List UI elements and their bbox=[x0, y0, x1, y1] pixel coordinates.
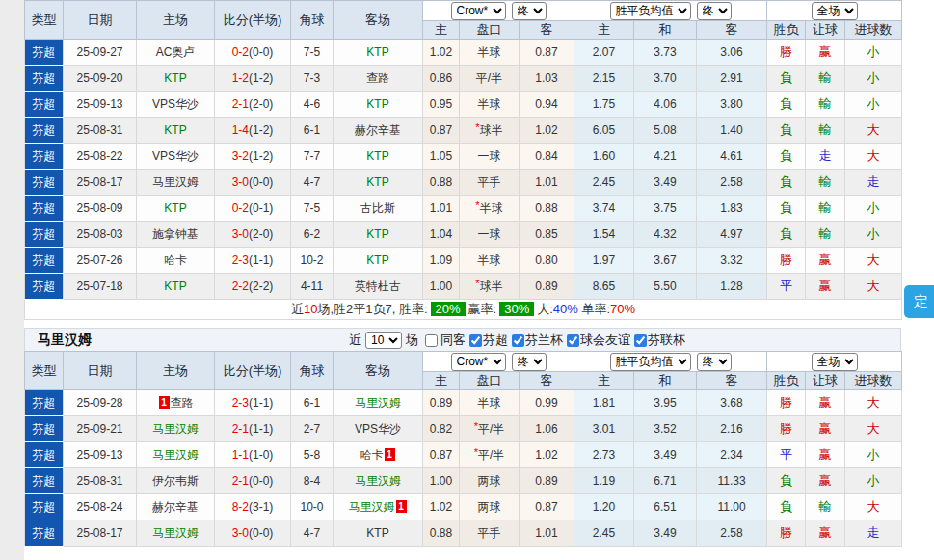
games-label: 场 bbox=[406, 332, 418, 349]
corner-cell: 4-7 bbox=[291, 520, 334, 547]
league-filter-checkbox[interactable] bbox=[634, 334, 647, 347]
euro-away-odds-cell: 1.40 bbox=[697, 118, 767, 144]
bookmaker-select[interactable]: Crow* bbox=[451, 2, 506, 20]
team-name: 查路 bbox=[366, 71, 389, 85]
summary-segment: 70% bbox=[610, 302, 635, 316]
home-team-cell: 马里汉姆 bbox=[137, 170, 215, 196]
asian-away-odds-cell: 0.80 bbox=[520, 248, 574, 274]
recent-count-select[interactable]: 10 bbox=[365, 332, 402, 349]
bookmaker-select[interactable]: Crow* bbox=[451, 353, 506, 371]
score-cell: 3-0(0-0) bbox=[215, 520, 291, 547]
score-cell: 2-1(2-0) bbox=[215, 92, 291, 118]
asian-home-odds-cell: 1.05 bbox=[423, 144, 460, 170]
ktp-history-table: 类型 日期 主场 比分(半场) 角球 客场 Crow*终 胜平负均值终 全场 bbox=[24, 0, 902, 320]
scope-select[interactable]: 全场 bbox=[812, 2, 858, 20]
col-header-home: 主场 bbox=[137, 352, 215, 390]
euro-home-odds-cell: 1.81 bbox=[574, 390, 634, 416]
home-team-cell: VPS华沙 bbox=[137, 92, 215, 118]
league-filter-checkbox[interactable] bbox=[512, 334, 524, 347]
score-cell: 1-2(1-2) bbox=[215, 66, 291, 92]
euro-type-select[interactable]: 胜平负均值 bbox=[610, 2, 691, 20]
euro-draw-odds-cell: 5.50 bbox=[634, 274, 697, 300]
league-type-cell: 芬超 bbox=[25, 40, 64, 66]
match-row: 芬超25-08-17马里汉姆3-0(0-0)4-7KTP0.88平手1.012.… bbox=[25, 170, 902, 196]
team-name: KTP bbox=[366, 227, 388, 241]
halftime-score: (1-2) bbox=[249, 149, 273, 163]
customize-float-button[interactable]: 定 bbox=[904, 285, 934, 318]
corner-cell: 7-5 bbox=[291, 40, 334, 66]
euro-away-odds-cell: 1.83 bbox=[697, 196, 767, 222]
summary-segment: 赢率: bbox=[468, 302, 497, 316]
asian-home-odds-cell: 0.95 bbox=[423, 92, 460, 118]
same-away-checkbox[interactable] bbox=[425, 334, 438, 347]
euro-home-odds-cell: 1.20 bbox=[574, 494, 634, 520]
league-filter-checkbox[interactable] bbox=[567, 334, 579, 347]
halftime-score: (0-0) bbox=[249, 45, 273, 59]
corner-cell: 6-2 bbox=[291, 222, 334, 248]
league-filter-label: 球会友谊 bbox=[580, 332, 630, 349]
result-goals-cell: 小 bbox=[845, 468, 902, 494]
match-row: 芬超25-09-27AC奥卢0-2(0-0)7-5KTP1.02半球0.872.… bbox=[25, 40, 902, 66]
col-header-type: 类型 bbox=[25, 1, 64, 40]
mariehamn-history-table: 类型 日期 主场 比分(半场) 角球 客场 Crow*终 胜平负均值终 全场 bbox=[24, 351, 902, 547]
result-handicap-cell: 赢 bbox=[806, 248, 845, 274]
team-name: 马里汉姆 bbox=[152, 175, 199, 189]
euro-period-select[interactable]: 终 bbox=[697, 2, 732, 20]
euro-home-odds-cell: 8.65 bbox=[574, 274, 634, 300]
asian-home-odds-cell: 0.88 bbox=[423, 170, 460, 196]
team-name: KTP bbox=[366, 253, 388, 267]
away-team-cell: KTP bbox=[334, 92, 423, 118]
asian-period-select[interactable]: 终 bbox=[512, 353, 547, 371]
away-team-cell: KTP bbox=[334, 222, 423, 248]
halftime-score: (2-0) bbox=[249, 97, 273, 111]
away-team-cell: 查路 bbox=[334, 66, 423, 92]
asian-period-select[interactable]: 终 bbox=[512, 2, 547, 20]
result-handicap-cell: 輸 bbox=[806, 118, 845, 144]
fulltime-score: 3-0 bbox=[232, 175, 249, 189]
match-row: 芬超25-08-17马里汉姆3-0(0-0)4-7KTP0.88平手1.012.… bbox=[25, 520, 902, 547]
asian-away-odds-cell: 1.02 bbox=[520, 442, 574, 468]
home-team-cell: AC奥卢 bbox=[137, 40, 215, 66]
result-wdl-cell: 負 bbox=[767, 196, 806, 222]
match-date-cell: 25-09-21 bbox=[64, 416, 137, 442]
league-filter-checkbox[interactable] bbox=[469, 334, 482, 347]
euro-type-select[interactable]: 胜平负均值 bbox=[610, 353, 691, 371]
score-cell: 2-1(0-0) bbox=[215, 468, 291, 494]
result-wdl-cell: 負 bbox=[767, 144, 806, 170]
asian-away-odds-cell: 1.02 bbox=[520, 118, 574, 144]
euro-draw-odds-cell: 3.49 bbox=[634, 170, 697, 196]
euro-home-odds-cell: 2.15 bbox=[574, 66, 634, 92]
col-header-handicap-result: 让球 bbox=[806, 21, 845, 40]
col-header-corner: 角球 bbox=[291, 352, 334, 390]
recent-label: 近 bbox=[349, 332, 361, 349]
euro-away-odds-cell: 2.91 bbox=[697, 66, 767, 92]
handicap-star: * bbox=[475, 121, 479, 133]
asian-home-odds-cell: 1.04 bbox=[423, 222, 460, 248]
team-name: 马里汉姆 bbox=[152, 526, 199, 540]
corner-cell: 7-7 bbox=[291, 144, 334, 170]
euro-period-select[interactable]: 终 bbox=[697, 353, 732, 371]
euro-away-odds-cell: 2.58 bbox=[697, 170, 767, 196]
league-filter-label: 芬联杯 bbox=[648, 332, 685, 349]
corner-cell: 10-0 bbox=[291, 494, 334, 520]
col-header-euro-away: 客 bbox=[697, 372, 767, 390]
team-name: 马里汉姆 bbox=[152, 448, 199, 462]
col-header-wdl: 胜负 bbox=[767, 372, 806, 390]
euro-draw-odds-cell: 5.08 bbox=[634, 118, 697, 144]
match-row: 芬超25-07-26哈卡2-3(1-1)10-2KTP1.09半球0.801.9… bbox=[25, 248, 902, 274]
halftime-score: (0-0) bbox=[249, 175, 273, 189]
result-handicap-cell: 赢 bbox=[806, 416, 845, 442]
red-card-badge: 1 bbox=[396, 500, 407, 513]
match-date-cell: 25-09-13 bbox=[64, 92, 137, 118]
match-date-cell: 25-08-22 bbox=[64, 144, 137, 170]
team-name: KTP bbox=[366, 97, 388, 111]
match-date-cell: 25-07-26 bbox=[64, 248, 137, 274]
asian-away-odds-cell: 0.89 bbox=[520, 274, 574, 300]
scope-select[interactable]: 全场 bbox=[812, 353, 858, 371]
asian-handicap-cell: *球半 bbox=[460, 274, 520, 300]
score-cell: 1-1(1-0) bbox=[215, 442, 291, 468]
red-card-badge: 1 bbox=[159, 396, 170, 409]
euro-away-odds-cell: 2.58 bbox=[697, 520, 767, 547]
result-wdl-cell: 負 bbox=[767, 468, 806, 494]
league-type-cell: 芬超 bbox=[25, 66, 64, 92]
